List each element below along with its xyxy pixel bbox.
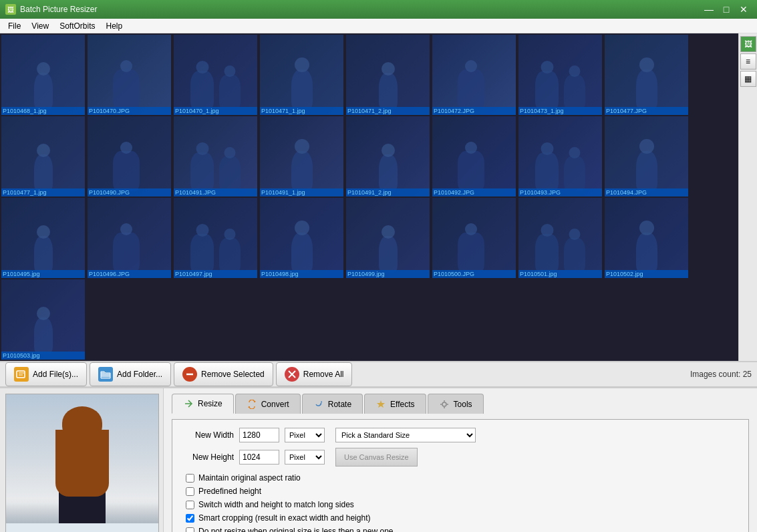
no-resize-checkbox[interactable] — [186, 527, 194, 533]
add-files-icon — [14, 367, 29, 382]
remove-selected-icon — [182, 367, 197, 382]
minimize-button[interactable]: — — [701, 3, 717, 16]
maximize-button[interactable]: □ — [718, 3, 734, 16]
effects-tab-icon — [375, 399, 386, 410]
tab-bar: Resize Convert Rotate — [172, 394, 749, 414]
tab-tools[interactable]: Tools — [428, 394, 484, 414]
smart-crop-row: Smart cropping (result in exact width an… — [180, 513, 740, 523]
image-thumbnail[interactable]: P1010494.JPG — [605, 116, 688, 196]
image-thumbnail[interactable]: P1010497.jpg — [174, 198, 257, 278]
smart-crop-checkbox[interactable] — [186, 514, 194, 523]
tab-resize-label: Resize — [198, 399, 222, 408]
image-grid-container: P1010468_1.jpg P1010470.JPG P1010470_1.j… — [0, 33, 738, 361]
remove-all-icon — [285, 367, 299, 382]
toolbar: Add File(s)... Add Folder... Remove Sele… — [0, 362, 757, 387]
standard-size-select[interactable]: Pick a Standard Size — [335, 428, 476, 442]
image-thumbnail[interactable]: P1010491_1.jpg — [260, 116, 343, 196]
preview-area — [0, 388, 164, 532]
remove-selected-button[interactable]: Remove Selected — [174, 362, 273, 386]
image-thumbnail[interactable]: P1010470.JPG — [88, 35, 171, 115]
image-thumbnail[interactable]: P1010473_1.jpg — [518, 35, 602, 115]
app-title: Batch Picture Resizer — [20, 5, 97, 14]
new-height-label: New Height — [180, 452, 234, 462]
svg-rect-0 — [17, 371, 25, 378]
image-thumbnail[interactable]: P1010470_1.jpg — [174, 35, 257, 115]
app-icon: 🖼 — [5, 4, 16, 15]
preview-image — [5, 394, 159, 532]
width-unit-select[interactable]: Pixel % — [285, 428, 325, 442]
tab-rotate-label: Rotate — [328, 400, 351, 409]
tab-tools-label: Tools — [454, 400, 472, 409]
maintain-ratio-label: Maintain original aspect ratio — [198, 473, 301, 483]
image-thumbnail[interactable]: P1010502.jpg — [605, 198, 688, 278]
image-thumbnail[interactable]: P1010492.JPG — [432, 116, 516, 196]
tab-resize[interactable]: Resize — [172, 394, 234, 414]
no-resize-label: Do not resize when original size is less… — [198, 527, 394, 532]
image-thumbnail[interactable]: P1010500.JPG — [432, 198, 516, 278]
right-sidebar: 🖼 ≡ ▦ — [738, 33, 757, 361]
title-bar-left: 🖼 Batch Picture Resizer — [5, 4, 97, 15]
menu-view[interactable]: View — [26, 20, 54, 32]
sidebar-view-grid[interactable]: ▦ — [740, 71, 756, 87]
add-folder-button[interactable]: Add Folder... — [90, 362, 171, 386]
title-bar: 🖼 Batch Picture Resizer — □ ✕ — [0, 0, 757, 19]
image-thumbnail[interactable]: P1010499.jpg — [346, 198, 430, 278]
new-width-label: New Width — [180, 430, 234, 440]
remove-all-label: Remove All — [303, 370, 344, 379]
image-thumbnail[interactable]: P1010493.JPG — [518, 116, 602, 196]
svg-marker-4 — [377, 400, 385, 408]
image-thumbnail[interactable]: P1010490.JPG — [88, 116, 171, 196]
controls-panel: Resize Convert Rotate — [164, 388, 757, 532]
maintain-ratio-row: Maintain original aspect ratio — [180, 473, 740, 483]
tab-effects-label: Effects — [390, 400, 414, 409]
maintain-ratio-checkbox[interactable] — [186, 474, 194, 483]
image-thumbnail[interactable]: P1010471_1.jpg — [260, 35, 343, 115]
image-thumbnail[interactable]: P1010503.jpg — [1, 279, 85, 360]
image-thumbnail[interactable]: P1010491.JPG — [174, 116, 257, 196]
rotate-tab-icon — [313, 399, 324, 410]
tools-tab-icon — [439, 399, 450, 410]
close-button[interactable]: ✕ — [736, 3, 752, 16]
width-input[interactable] — [239, 428, 279, 442]
sidebar-view-thumbnail[interactable]: 🖼 — [740, 36, 756, 52]
image-thumbnail[interactable]: P1010495.jpg — [1, 198, 85, 278]
switch-dimensions-row: Switch width and height to match long si… — [180, 500, 740, 509]
tab-convert-label: Convert — [261, 400, 289, 409]
tab-rotate[interactable]: Rotate — [302, 394, 363, 414]
svg-point-5 — [442, 402, 446, 406]
no-resize-row: Do not resize when original size is less… — [180, 527, 740, 532]
remove-all-button[interactable]: Remove All — [276, 362, 353, 386]
height-unit-select[interactable]: Pixel % — [285, 450, 325, 464]
predefined-height-row: Predefined height — [180, 487, 740, 496]
convert-tab-icon — [247, 399, 257, 410]
image-thumbnail[interactable]: P1010498.jpg — [260, 198, 343, 278]
canvas-resize-button[interactable]: Use Canvas Resize — [335, 448, 418, 467]
image-thumbnail[interactable]: P1010477_1.jpg — [1, 116, 85, 196]
switch-dimensions-checkbox[interactable] — [186, 501, 194, 509]
tab-convert[interactable]: Convert — [235, 394, 301, 414]
person-hair-long — [55, 430, 109, 497]
bottom-panel: Resize Convert Rotate — [0, 387, 757, 532]
image-thumbnail[interactable]: P1010501.jpg — [518, 198, 602, 278]
image-thumbnail[interactable]: P1010491_2.jpg — [346, 116, 430, 196]
image-thumbnail[interactable]: P1010471_2.jpg — [346, 35, 430, 115]
resize-tab-content: New Width Pixel % Pick a Standard Size N… — [172, 419, 749, 532]
predefined-height-label: Predefined height — [198, 487, 261, 496]
menu-help[interactable]: Help — [101, 20, 128, 32]
image-thumbnail[interactable]: P1010477.JPG — [605, 35, 688, 115]
height-input[interactable] — [239, 450, 279, 464]
menu-softorbits[interactable]: SoftOrbits — [54, 20, 100, 32]
sidebar-view-list[interactable]: ≡ — [740, 53, 756, 70]
resize-tab-icon — [183, 398, 194, 409]
remove-selected-label: Remove Selected — [201, 370, 265, 379]
image-thumbnail[interactable]: P1010496.JPG — [88, 198, 171, 278]
menu-file[interactable]: File — [3, 20, 26, 32]
image-thumbnail[interactable]: P1010472.JPG — [432, 35, 516, 115]
switch-dimensions-label: Switch width and height to match long si… — [198, 500, 354, 509]
tab-effects[interactable]: Effects — [364, 394, 426, 414]
add-files-label: Add File(s)... — [33, 370, 78, 379]
image-thumbnail[interactable]: P1010468_1.jpg — [1, 35, 85, 115]
add-folder-icon — [98, 367, 113, 382]
add-files-button[interactable]: Add File(s)... — [5, 362, 87, 386]
predefined-height-checkbox[interactable] — [186, 487, 194, 496]
